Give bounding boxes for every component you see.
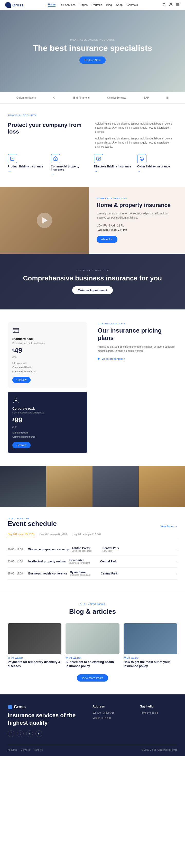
directors-liability-icon <box>94 154 103 163</box>
corporate-currency: $ <box>12 417 14 422</box>
photo-1 <box>0 466 46 507</box>
events-tab-3[interactable]: Day #03 - mayo 05,2020 <box>73 533 101 537</box>
logo[interactable]: Gross <box>5 2 23 8</box>
blog-card-title-2[interactable]: Supplement to an existing health insuran… <box>65 660 119 668</box>
facebook-icon[interactable]: f <box>8 730 14 737</box>
event-name: Woman entrepreneurs meetup <box>28 548 69 551</box>
home-property-image <box>0 187 89 254</box>
svg-point-0 <box>163 3 165 5</box>
svg-point-8 <box>55 159 56 160</box>
svg-point-16 <box>15 398 17 400</box>
standard-currency: $ <box>12 348 14 352</box>
play-button-container[interactable] <box>37 213 52 228</box>
partner-logo-misc: ||| <box>166 96 168 99</box>
footer-link-partners[interactable]: Partners <box>34 749 43 751</box>
video-presentation-link[interactable]: Video presentation <box>98 357 177 360</box>
hp-tag: Insurance Services <box>97 197 177 200</box>
footer-address-title: Address <box>92 705 130 708</box>
corporate-plan-name: Corporate pack <box>12 407 83 410</box>
partner-logo-recycle: ♻ <box>53 96 56 99</box>
hp-hours: MON-FRI: 8 AM - 12 PM SATURDAY: 8 AM - 0… <box>97 223 177 232</box>
view-more-posts-button[interactable]: View More Posts <box>77 674 108 682</box>
events-tab-1[interactable]: Day #01 mayo 05,2020 <box>8 533 34 537</box>
partner-logo-ibm: IBM Financial <box>73 96 89 99</box>
footer-phone[interactable]: +840 549 25 68 <box>140 711 177 715</box>
hero-cta-button[interactable]: Explore Now <box>80 57 105 64</box>
pricing-tag: Contract Options <box>98 322 177 325</box>
footer-address-line1: 1st floor, Office #15 <box>92 711 130 715</box>
nav-portfolio[interactable]: Portfolio <box>92 3 102 6</box>
protect-text1: Adipiscing elit, sed do eiusmod tempor i… <box>95 122 177 134</box>
event-speaker: Ben Carter Business consultant <box>69 559 98 564</box>
logos-bar: Goldman Sachs ♻ IBM Financial CharlesSch… <box>0 92 185 103</box>
event-name: Business models conference <box>28 572 67 575</box>
event-row: 15:00 - 17:00 Business models conference… <box>8 567 177 580</box>
events-tab-2[interactable]: Day #02 - mayo 03,2020 <box>39 533 68 537</box>
events-table: 10:00 - 12:00 Woman entrepreneurs meetup… <box>8 544 177 580</box>
event-row: 10:00 - 12:00 Woman entrepreneurs meetup… <box>8 544 177 555</box>
nav-contacts[interactable]: Contacts <box>127 3 138 6</box>
about-us-button[interactable]: About Us <box>97 236 117 243</box>
instagram-icon[interactable]: in <box>26 730 33 737</box>
youtube-icon[interactable]: ▶ <box>35 730 42 737</box>
svg-line-1 <box>165 5 166 6</box>
event-expand-icon[interactable]: › <box>176 571 177 576</box>
events-view-more[interactable]: View More → <box>160 525 177 528</box>
footer-link-services[interactable]: Services <box>21 749 30 751</box>
protect-section: Financial Security Protect your company … <box>0 104 185 187</box>
corporate-tag: Corporate Services <box>8 269 177 272</box>
nav-pages[interactable]: Pages <box>80 3 88 6</box>
blog-header: Our Latest News Blog & articles <box>8 603 177 616</box>
standard-period: /mo <box>12 356 83 359</box>
event-expand-icon[interactable]: › <box>176 547 177 551</box>
pricing-title: Our insurance pricing plans <box>98 327 177 342</box>
pricing-cards: Standard pack For individuals and small … <box>8 322 87 453</box>
event-time: 13:00 - 14:00 <box>8 560 26 563</box>
footer-top: Gross Insurance services of the highest … <box>8 705 177 737</box>
directors-liability-arrow[interactable]: → <box>94 169 134 174</box>
footer-bottom: About us Services Partners © 2020 Gross.… <box>8 745 177 751</box>
commercial-property-arrow[interactable]: → <box>51 173 91 177</box>
corporate-plan-icon <box>12 397 83 405</box>
appointment-button[interactable]: Make an Appointment <box>72 286 113 294</box>
menu-icon[interactable] <box>176 3 180 7</box>
events-title: Event schedule <box>8 520 57 528</box>
standard-plan-name: Standard pack <box>12 337 83 341</box>
nav-home[interactable]: Home <box>48 3 56 7</box>
twitter-icon[interactable]: t <box>17 730 24 737</box>
standard-get-now-button[interactable]: Get Now <box>12 377 31 383</box>
product-liability-icon <box>8 154 17 163</box>
nav-services[interactable]: Our services <box>60 3 75 6</box>
nav-shop[interactable]: Shop <box>116 3 123 6</box>
blog-image-2 <box>65 623 119 654</box>
nav-blog[interactable]: Blog <box>106 3 112 6</box>
search-icon[interactable] <box>162 3 166 7</box>
user-icon[interactable] <box>169 3 173 7</box>
hero-title: The best insurance specialists <box>33 43 152 53</box>
blog-btn-wrap: View More Posts <box>8 674 177 682</box>
hp-text: Lorem ipsum dolor sit amet, consectetur … <box>97 212 177 220</box>
header: Gross Home Our services Pages Portfolio … <box>0 0 185 10</box>
blog-section: Our Latest News Blog & articles What We … <box>0 590 185 694</box>
blog-card-title-3[interactable]: How to get the most out of your insuranc… <box>124 660 177 668</box>
footer-link-about[interactable]: About us <box>8 749 17 751</box>
protect-text: Adipiscing elit, sed do eiusmod tempor i… <box>95 122 177 149</box>
insurance-card-commercial: Commercial property insurance → <box>51 154 91 177</box>
cyber-liability-arrow[interactable]: → <box>137 169 177 174</box>
blog-card-1: What We Do Payments for temporary disabi… <box>8 623 61 668</box>
pricing-text: Adipiscing elit, sed do eiusmod tempor i… <box>98 345 177 353</box>
pricing-content: Contract Options Our insurance pricing p… <box>92 322 177 453</box>
corporate-get-now-button[interactable]: Get Now <box>12 442 31 448</box>
product-liability-title: Product liability insurance <box>8 165 48 168</box>
standard-plan-price: $49 <box>12 346 83 355</box>
blog-card-title-1[interactable]: Payments for temporary disability & dise… <box>8 660 61 668</box>
home-property-content: Insurance Services Home & property insur… <box>89 187 185 254</box>
blog-image-1 <box>8 623 61 654</box>
product-liability-arrow[interactable]: → <box>8 169 48 174</box>
corporate-features: Standard packs Commercial Insurance <box>12 431 83 439</box>
insurance-card-product: Product liability insurance → <box>8 154 48 177</box>
blog-title: Blog & articles <box>8 608 177 616</box>
corporate-plan-price: $99 <box>12 416 83 424</box>
event-expand-icon[interactable]: › <box>176 559 177 563</box>
footer-address-line2: Manila, 00 9890 <box>92 716 130 720</box>
